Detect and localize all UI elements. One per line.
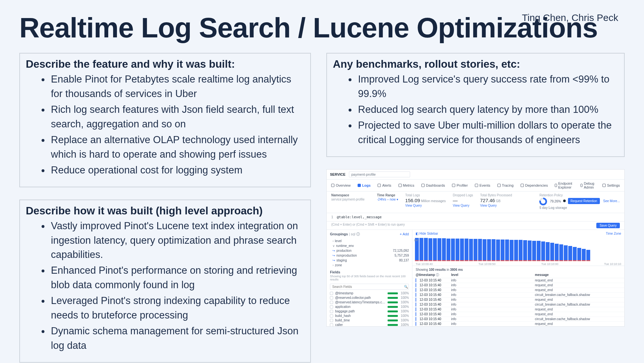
field-row[interactable]: @timestamp100% [327, 291, 412, 296]
table-row[interactable]: ▎12-03 10:15:40infocircuit_breaker.cache… [412, 317, 624, 321]
field-row[interactable]: baggage.path100% [327, 309, 412, 314]
histogram-chart[interactable]: 1M Tue 10:09:40Tue 10:09:50Tue 10:10:00T… [412, 237, 624, 266]
tab-endpoint-explorer[interactable]: Endpoint Explorer [555, 182, 573, 189]
chart-bar-dropped [460, 260, 464, 261]
table-row[interactable]: ▎12-03 10:15:40inforequest_end [412, 326, 624, 327]
field-row[interactable]: build_hash100% [327, 314, 412, 318]
tab-icon [331, 184, 334, 187]
table-header[interactable]: level [448, 272, 532, 278]
twist-icon: › [332, 263, 333, 267]
x-tick: Tue 10:10:00 [541, 262, 558, 266]
total-logs-unit: Million messages [421, 199, 446, 203]
tab-icon [555, 184, 557, 187]
fields-heading: Fields [327, 268, 412, 275]
request-retention-button[interactable]: Request Retention [568, 198, 600, 204]
chart-bar-dropped [546, 260, 550, 261]
chart-bar [428, 238, 432, 260]
field-row[interactable]: @reserved.latencyTimestamps.collectorPic… [327, 300, 412, 305]
dropped-logs-label: Dropped Logs [453, 193, 473, 197]
results-note-b: 100 results [429, 268, 446, 271]
chart-bar-dropped [541, 260, 545, 261]
chart-bar-dropped [465, 260, 468, 261]
table-row[interactable]: ▎12-03 10:15:40infocircuit_breaker.cache… [412, 302, 624, 307]
tab-metrics[interactable]: Metrics [399, 182, 414, 189]
chart-bar [537, 241, 541, 260]
field-bar-icon [388, 319, 398, 321]
chart-bar-dropped [424, 260, 428, 261]
table-row[interactable]: ▎12-03 10:15:40inforequest_end [412, 321, 624, 326]
view-query-link-3[interactable]: View Query [480, 204, 512, 207]
chart-bar [478, 239, 482, 260]
groupings-add-link[interactable]: + Add [400, 232, 409, 236]
table-row[interactable]: ▎12-03 10:15:40infocircuit_breaker.cache… [412, 292, 624, 297]
grouping-env-row[interactable]: ↪production72,125,092 [327, 248, 412, 253]
chart-bar [532, 241, 536, 260]
time-zone-label[interactable]: Time Zone [606, 232, 621, 235]
results-note: Showing 100 results in 3806 ms [412, 266, 624, 272]
grouping-row-zone[interactable]: ›zone [327, 263, 412, 268]
service-select[interactable]: payment-profile [349, 172, 410, 177]
view-query-link-1[interactable]: View Query [405, 204, 446, 207]
chart-bar-dropped [487, 260, 491, 261]
grouping-env-row[interactable]: ↪staging80,137 [327, 258, 412, 263]
tab-dependencies[interactable]: Dependencies [521, 182, 548, 189]
tab-profiler[interactable]: Profiler [452, 182, 468, 189]
tab-overview[interactable]: Overview [331, 182, 351, 189]
grouping-env-row[interactable]: ↪nonproduction5,757,259 [327, 253, 412, 258]
grouping-zone-label: zone [335, 263, 342, 267]
tab-dashboards[interactable]: Dashboards [421, 182, 445, 189]
grouping-row[interactable]: ›level [327, 239, 412, 243]
table-row[interactable]: ▎12-03 10:15:40inforequest_end [412, 312, 624, 317]
row-marker-icon: ▎ [416, 303, 418, 306]
box-how-heading: Describe how it was built (high level ap… [26, 205, 304, 217]
results-note-a: Showing [416, 268, 429, 271]
fields-search-input[interactable] [330, 284, 403, 289]
tab-logs[interactable]: Logs [358, 182, 370, 189]
view-query-link-2[interactable]: View Query [453, 204, 473, 207]
tab-icon [497, 184, 501, 187]
table-row[interactable]: ▎12-03 10:15:40inforequest_end [412, 297, 624, 302]
tab-events[interactable]: Events [475, 182, 490, 189]
chart-bar [487, 239, 491, 260]
chart-bar [483, 239, 486, 260]
timerange-picker[interactable]: -24hrs – now ▾ [377, 198, 398, 201]
field-row[interactable]: @reserved.collector.path100% [327, 296, 412, 300]
tab-debug-admin[interactable]: Debug Admin [581, 182, 595, 189]
chart-bar [501, 240, 505, 260]
field-bar-icon [388, 315, 398, 317]
field-type-icon [330, 310, 333, 313]
retention-line: 5 day Log storage [539, 206, 620, 210]
table-header[interactable]: message [532, 272, 624, 278]
table-row[interactable]: ▎12-03 10:15:40inforequest_end [412, 288, 624, 292]
box-feature-heading: Describe the feature and why it was buil… [26, 58, 304, 70]
bytes-label: Total Bytes Processed [480, 193, 512, 197]
dashboard-tabs: OverviewLogsAlertsMetricsDashboardsProfi… [327, 180, 624, 191]
tab-tracing[interactable]: Tracing [497, 182, 514, 189]
list-item: Reduced log search query latency by more… [357, 103, 618, 117]
tab-settings[interactable]: Settings [602, 182, 620, 189]
table-row[interactable]: ▎12-03 10:15:40inforequest_end [412, 307, 624, 312]
chart-bar [469, 239, 473, 260]
fields-search[interactable]: 🔍 [330, 284, 409, 290]
save-query-button[interactable]: Save Query [596, 223, 620, 228]
retention-pct: 79.26% [550, 199, 561, 203]
groupings-mode[interactable]: sql [351, 232, 355, 236]
see-more-link[interactable]: See More... [603, 199, 620, 203]
tab-alerts[interactable]: Alerts [378, 182, 391, 189]
chart-bar [586, 250, 590, 260]
field-bar-icon [388, 324, 398, 326]
query-bar[interactable]: 1 @table:level,_message [327, 213, 624, 221]
chart-bar [419, 238, 423, 260]
list-item: Dynamic schema management for semi-struc… [50, 324, 304, 353]
table-row[interactable]: ▎12-03 10:15:40inforequest_end [412, 278, 624, 283]
chart-bar [451, 239, 455, 260]
chart-bar [433, 238, 437, 260]
table-row[interactable]: ▎12-03 10:15:40inforequest_end [412, 283, 624, 288]
field-row[interactable]: caller100% [327, 323, 412, 327]
table-header[interactable]: @timestamp ⓘ [412, 272, 448, 278]
field-row[interactable]: build_time100% [327, 318, 412, 323]
search-icon: 🔍 [403, 285, 409, 289]
field-row[interactable]: application100% [327, 305, 412, 309]
hide-sidebar-link[interactable]: ◧ Hide Sidebar [416, 232, 438, 235]
grouping-row[interactable]: ∨runtime_env [327, 243, 412, 248]
